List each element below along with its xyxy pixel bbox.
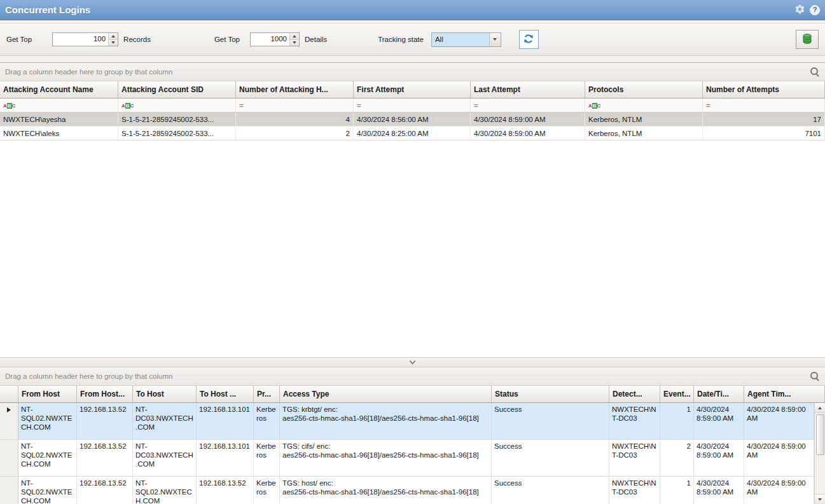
cell-from-host-ip[interactable]: 192.168.13.52 bbox=[77, 403, 133, 439]
cell-from-host[interactable]: NT-SQL02.NWXTECH.COM bbox=[18, 477, 77, 504]
cell-access-type[interactable]: TGS: krbtgt/ enc: aes256-cts-hmac-sha1-9… bbox=[280, 403, 492, 439]
cell-first-attempt[interactable]: 4/30/2024 8:56:00 AM bbox=[354, 112, 471, 126]
column-header-event-id[interactable]: Event... bbox=[660, 386, 694, 402]
tracking-state-dropdown[interactable]: All bbox=[431, 32, 501, 47]
cell-protocol[interactable]: Kerberos bbox=[254, 440, 280, 476]
details-value[interactable]: 1000 bbox=[251, 33, 289, 46]
spin-down-button[interactable] bbox=[290, 39, 299, 46]
cell-number-of-attacking-hosts[interactable]: 4 bbox=[236, 112, 354, 126]
cell-detected-by[interactable]: NWXTECH\NT-DC03 bbox=[609, 403, 660, 439]
column-header-number-of-attempts[interactable]: Number of Attempts bbox=[703, 81, 825, 98]
table-row[interactable]: NT-SQL02.NWXTECH.COM 192.168.13.52 NT-SQ… bbox=[0, 477, 814, 504]
filter-cell[interactable]: = bbox=[471, 99, 585, 112]
cell-agent-time[interactable]: 4/30/2024 8:59:00 AM bbox=[744, 477, 814, 504]
cell-status[interactable]: Success bbox=[492, 403, 609, 439]
column-header-agent-time[interactable]: Agent Tim... bbox=[744, 386, 825, 402]
scroll-up-button[interactable] bbox=[815, 403, 825, 413]
filter-cell[interactable]: ABC bbox=[0, 99, 118, 112]
cell-attacking-account-name[interactable]: NWXTECH\aleks bbox=[0, 126, 118, 140]
cell-attacking-account-sid[interactable]: S-1-5-21-2859245002-533... bbox=[118, 112, 236, 126]
spin-up-button[interactable] bbox=[290, 33, 299, 39]
cell-to-host-ip[interactable]: 192.168.13.101 bbox=[197, 403, 254, 439]
filter-cell[interactable]: = bbox=[236, 99, 354, 112]
cell-protocols[interactable]: Kerberos, NTLM bbox=[585, 112, 703, 126]
column-header-from-host-ip[interactable]: From Host... bbox=[77, 386, 133, 402]
scrollbar-thumb[interactable] bbox=[816, 414, 824, 455]
cell-access-type[interactable]: TGS: host/ enc: aes256-cts-hmac-sha1-96[… bbox=[280, 477, 492, 504]
cell-protocol[interactable]: Kerberos bbox=[254, 477, 280, 504]
vertical-scrollbar[interactable] bbox=[814, 403, 825, 504]
column-header-to-host[interactable]: To Host bbox=[133, 386, 197, 402]
cell-to-host-ip[interactable]: 192.168.13.101 bbox=[197, 440, 254, 476]
column-header-from-host[interactable]: From Host bbox=[18, 386, 77, 402]
cell-from-host[interactable]: NT-SQL02.NWXTECH.COM bbox=[18, 440, 77, 476]
collapse-chevron-icon[interactable] bbox=[410, 358, 416, 364]
filter-cell[interactable]: = bbox=[703, 99, 825, 112]
cell-number-of-attempts[interactable]: 17 bbox=[703, 112, 825, 126]
spin-down-button[interactable] bbox=[109, 39, 118, 46]
pane-splitter[interactable] bbox=[0, 357, 825, 367]
cell-detected-by[interactable]: NWXTECH\NT-DC03 bbox=[609, 477, 660, 504]
cell-agent-time[interactable]: 4/30/2024 8:59:00 AM bbox=[744, 440, 814, 476]
column-header-date-time[interactable]: Date/Ti... bbox=[694, 386, 744, 402]
settings-gear-icon[interactable] bbox=[794, 4, 805, 16]
group-by-panel[interactable]: Drag a column header here to group by th… bbox=[0, 63, 825, 81]
column-header-attacking-account-name[interactable]: Attacking Account Name bbox=[0, 81, 118, 98]
cell-from-host-ip[interactable]: 192.168.13.52 bbox=[77, 440, 133, 476]
records-value[interactable]: 100 bbox=[53, 33, 108, 46]
cell-to-host-ip[interactable]: 192.168.13.52 bbox=[197, 477, 254, 504]
details-spinner[interactable]: 1000 bbox=[250, 32, 300, 46]
column-header-number-of-attacking-hosts[interactable]: Number of Attacking H... bbox=[236, 81, 354, 98]
cell-from-host[interactable]: NT-SQL02.NWXTECH.COM bbox=[18, 403, 77, 439]
help-icon[interactable]: ? bbox=[810, 5, 820, 15]
scroll-down-button[interactable] bbox=[815, 494, 825, 504]
cell-first-attempt[interactable]: 4/30/2024 8:25:00 AM bbox=[354, 126, 471, 140]
dropdown-button[interactable] bbox=[489, 33, 501, 46]
column-header-detected-by[interactable]: Detect... bbox=[609, 386, 660, 402]
spin-up-button[interactable] bbox=[109, 33, 118, 39]
column-header-protocols[interactable]: Protocols bbox=[585, 81, 703, 98]
cell-protocols[interactable]: Kerberos, NTLM bbox=[585, 126, 703, 140]
filter-cell[interactable]: = bbox=[354, 99, 471, 112]
table-row[interactable]: NWXTECH\aleks S-1-5-21-2859245002-533...… bbox=[0, 126, 825, 140]
cell-date-time[interactable]: 4/30/2024 8:59:00 AM bbox=[694, 477, 744, 504]
export-button[interactable] bbox=[796, 30, 819, 49]
cell-from-host-ip[interactable]: 192.168.13.52 bbox=[77, 477, 133, 504]
cell-last-attempt[interactable]: 4/30/2024 8:59:00 AM bbox=[471, 112, 585, 126]
column-header-protocol[interactable]: Pr... bbox=[254, 386, 280, 402]
cell-number-of-attempts[interactable]: 7101 bbox=[703, 126, 825, 140]
column-header-access-type[interactable]: Access Type bbox=[280, 386, 492, 402]
records-spinner[interactable]: 100 bbox=[52, 32, 118, 46]
cell-event-id[interactable]: 1 bbox=[660, 477, 694, 504]
cell-attacking-account-name[interactable]: NWXTECH\ayesha bbox=[0, 112, 118, 126]
cell-detected-by[interactable]: NWXTECH\NT-DC03 bbox=[609, 440, 660, 476]
cell-number-of-attacking-hosts[interactable]: 2 bbox=[236, 126, 354, 140]
cell-to-host[interactable]: NT-DC03.NWXTECH.COM bbox=[133, 440, 197, 476]
column-header-to-host-ip[interactable]: To Host ... bbox=[197, 386, 254, 402]
search-icon[interactable] bbox=[810, 372, 820, 381]
cell-event-id[interactable]: 1 bbox=[660, 403, 694, 439]
filter-cell[interactable]: ABC bbox=[585, 99, 703, 112]
cell-status[interactable]: Success bbox=[492, 440, 609, 476]
cell-event-id[interactable]: 2 bbox=[660, 440, 694, 476]
cell-status[interactable]: Success bbox=[492, 477, 609, 504]
refresh-button[interactable] bbox=[519, 30, 539, 49]
tracking-state-value[interactable]: All bbox=[432, 33, 489, 46]
column-header-last-attempt[interactable]: Last Attempt bbox=[471, 81, 585, 98]
table-row[interactable]: NT-SQL02.NWXTECH.COM 192.168.13.52 NT-DC… bbox=[0, 440, 814, 477]
cell-date-time[interactable]: 4/30/2024 8:59:00 AM bbox=[694, 403, 744, 439]
table-row[interactable]: NT-SQL02.NWXTECH.COM 192.168.13.52 NT-DC… bbox=[0, 403, 814, 440]
cell-to-host[interactable]: NT-SQL02.NWXTECH.COM bbox=[133, 477, 197, 504]
cell-date-time[interactable]: 4/30/2024 8:59:00 AM bbox=[694, 440, 744, 476]
cell-to-host[interactable]: NT-DC03.NWXTECH.COM bbox=[133, 403, 197, 439]
table-row[interactable]: NWXTECH\ayesha S-1-5-21-2859245002-533..… bbox=[0, 112, 825, 126]
column-header-status[interactable]: Status bbox=[492, 386, 609, 402]
cell-access-type[interactable]: TGS: cifs/ enc: aes256-cts-hmac-sha1-96[… bbox=[280, 440, 492, 476]
filter-cell[interactable]: ABC bbox=[118, 99, 236, 112]
column-header-attacking-account-sid[interactable]: Attacking Account SID bbox=[118, 81, 236, 98]
column-header-first-attempt[interactable]: First Attempt bbox=[354, 81, 471, 98]
cell-last-attempt[interactable]: 4/30/2024 8:59:00 AM bbox=[471, 126, 585, 140]
group-by-panel[interactable]: Drag a column header here to group by th… bbox=[0, 367, 825, 386]
search-icon[interactable] bbox=[810, 67, 820, 77]
cell-attacking-account-sid[interactable]: S-1-5-21-2859245002-533... bbox=[118, 126, 236, 140]
